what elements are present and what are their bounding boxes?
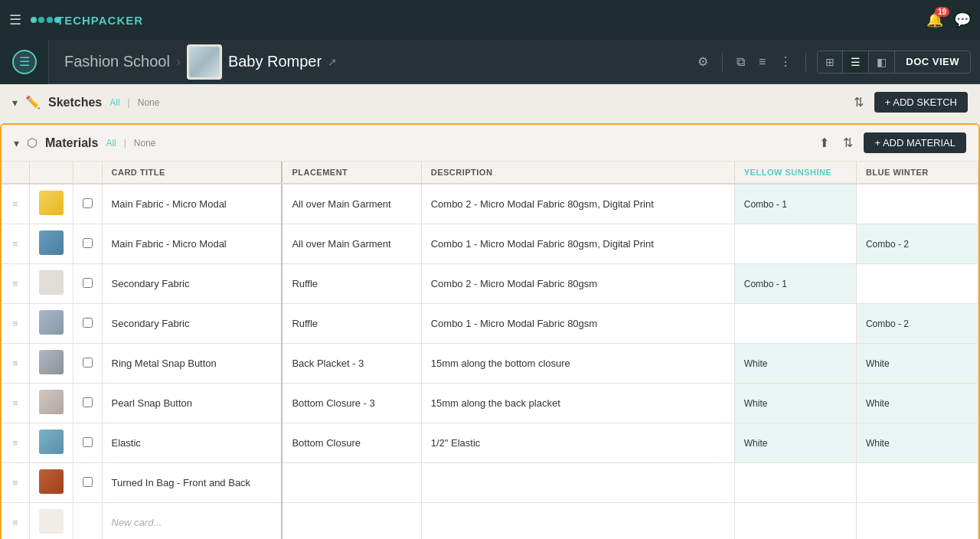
materials-sort-button[interactable]: ⇅ — [840, 132, 856, 153]
view-toggle-group: ⊞ ☰ ◧ DOC VIEW — [817, 51, 971, 74]
card-title-cell[interactable]: Main Fabric - Micro Modal — [102, 184, 282, 224]
placement-cell — [282, 503, 421, 540]
col1-cell — [734, 304, 856, 344]
col2-cell: White — [856, 384, 978, 423]
card-title-cell[interactable]: Ring Metal Snap Button — [102, 344, 282, 384]
drag-cell: ≡ — [2, 503, 29, 540]
placement-cell: Ruffle — [282, 264, 421, 304]
card-title-cell[interactable]: Secondary Fabric — [102, 264, 282, 304]
materials-filter-sep: | — [124, 138, 126, 149]
product-thumbnail — [187, 44, 222, 80]
description-cell: 15mm along the back placket — [421, 384, 734, 423]
card-title-cell[interactable]: Elastic — [102, 423, 282, 463]
filter-button[interactable]: ≡ — [756, 52, 769, 72]
card-title-cell[interactable]: Main Fabric - Micro Modal — [102, 224, 282, 264]
card-title-cell[interactable]: New card... — [102, 503, 282, 540]
table-row: ≡ Pearl Snap Button Bottom Closure - 3 1… — [2, 384, 978, 423]
product-name[interactable]: Baby Romper — [228, 53, 322, 70]
description-cell: Combo 1 - Micro Modal Fabric 80gsm, Digi… — [421, 224, 734, 264]
materials-icon: ⬡ — [27, 136, 38, 150]
description-cell: 1/2" Elastic — [421, 423, 734, 463]
copy-button[interactable]: ⧉ — [733, 52, 748, 72]
col2-cell: Combo - 2 — [856, 304, 978, 344]
subheader: ☰ Fashion School › Baby Romper ↗ ⚙ ⧉ ≡ ⋮… — [0, 40, 980, 84]
materials-filter-none[interactable]: None — [134, 138, 156, 149]
sketches-sort-button[interactable]: ⇅ — [851, 92, 867, 113]
drag-cell: ≡ — [2, 423, 29, 463]
card-title-cell[interactable]: Turned In Bag - Front and Back — [102, 463, 282, 503]
table-row: ≡ Main Fabric - Micro Modal All over Mai… — [2, 184, 978, 224]
row-checkbox[interactable] — [83, 318, 93, 328]
settings-button[interactable]: ⚙ — [694, 51, 711, 72]
thumbnail-cell — [29, 423, 73, 463]
sketches-toggle[interactable]: ▾ — [12, 96, 18, 109]
description-cell: Combo 2 - Micro Modal Fabric 80gsm — [421, 264, 734, 304]
row-checkbox[interactable] — [83, 397, 93, 407]
row-checkbox[interactable] — [83, 198, 93, 208]
school-name[interactable]: Fashion School — [64, 53, 170, 70]
more-button[interactable]: ⋮ — [776, 51, 795, 72]
table-row: ≡ Secondary Fabric Ruffle Combo 2 - Micr… — [2, 264, 978, 304]
th-drag — [2, 162, 29, 184]
chat-button[interactable]: 💬 — [954, 11, 971, 28]
placement-cell — [282, 463, 421, 503]
row-checkbox[interactable] — [83, 358, 93, 368]
divider-1 — [722, 53, 723, 71]
th-card-title: Card Title — [102, 162, 282, 184]
subheader-list-icon[interactable]: ☰ — [12, 50, 37, 74]
checkbox-cell — [73, 463, 102, 503]
row-checkbox[interactable] — [83, 437, 93, 447]
thumbnail-cell — [29, 184, 73, 224]
thumbnail-cell — [29, 344, 73, 384]
sketches-filter-all[interactable]: All — [109, 97, 119, 108]
thumbnail-cell — [29, 463, 73, 503]
logo-dot-3 — [47, 17, 53, 23]
table-row: ≡ New card... — [2, 503, 978, 540]
add-sketch-button[interactable]: + ADD SKETCH — [874, 92, 968, 113]
col2-cell: Combo - 2 — [856, 224, 978, 264]
materials-filter-all[interactable]: All — [106, 138, 116, 149]
notifications-button[interactable]: 🔔 19 — [926, 11, 943, 28]
app-logo: TECHPACKER — [31, 12, 143, 28]
table-row: ≡ Ring Metal Snap Button Back Placket - … — [2, 344, 978, 384]
split-view-button[interactable]: ◧ — [869, 51, 895, 73]
table-row: ≡ Elastic Bottom Closure 1/2" Elastic Wh… — [2, 423, 978, 463]
add-material-button[interactable]: + ADD MATERIAL — [864, 132, 966, 153]
materials-section: ▾ ⬡ Materials All | None ⬆ ⇅ + ADD MATER… — [0, 123, 980, 539]
thumbnail-cell — [29, 304, 73, 344]
materials-save-button[interactable]: ⬆ — [816, 132, 832, 153]
notification-badge: 19 — [935, 7, 949, 17]
col1-cell — [734, 503, 856, 540]
table-row: ≡ Turned In Bag - Front and Back — [2, 463, 978, 503]
col2-cell — [856, 184, 978, 224]
doc-view-button[interactable]: DOC VIEW — [895, 51, 970, 72]
row-checkbox[interactable] — [83, 238, 93, 248]
col1-cell — [734, 224, 856, 264]
col1-cell: White — [734, 344, 856, 384]
col2-cell: White — [856, 423, 978, 463]
col2-cell — [856, 463, 978, 503]
checkbox-cell — [73, 423, 102, 463]
external-link-icon[interactable]: ↗ — [328, 56, 337, 68]
sketches-filter-none[interactable]: None — [138, 97, 160, 108]
materials-toggle[interactable]: ▾ — [14, 137, 19, 149]
row-checkbox[interactable] — [83, 477, 93, 487]
main-content: ▾ ✏️ Sketches All | None ⇅ + ADD SKETCH … — [0, 84, 980, 539]
thumbnail-cell — [29, 224, 73, 264]
card-title-cell[interactable]: Secondary Fabric — [102, 304, 282, 344]
drag-cell: ≡ — [2, 463, 29, 503]
list-view-button[interactable]: ☰ — [843, 51, 869, 73]
top-navbar: ☰ TECHPACKER 🔔 19 💬 — [0, 0, 980, 40]
checkbox-cell — [73, 184, 102, 224]
app-name: TECHPACKER — [57, 14, 143, 27]
thumbnail-cell — [29, 264, 73, 304]
thumbnail-cell — [29, 503, 73, 540]
description-cell — [421, 463, 734, 503]
card-title-cell[interactable]: Pearl Snap Button — [102, 384, 282, 423]
hamburger-menu[interactable]: ☰ — [9, 11, 21, 28]
grid-view-button[interactable]: ⊞ — [818, 51, 843, 73]
checkbox-cell — [73, 384, 102, 423]
row-checkbox[interactable] — [83, 278, 93, 288]
sketches-title: Sketches — [48, 96, 102, 109]
logo-dot-1 — [31, 17, 37, 23]
